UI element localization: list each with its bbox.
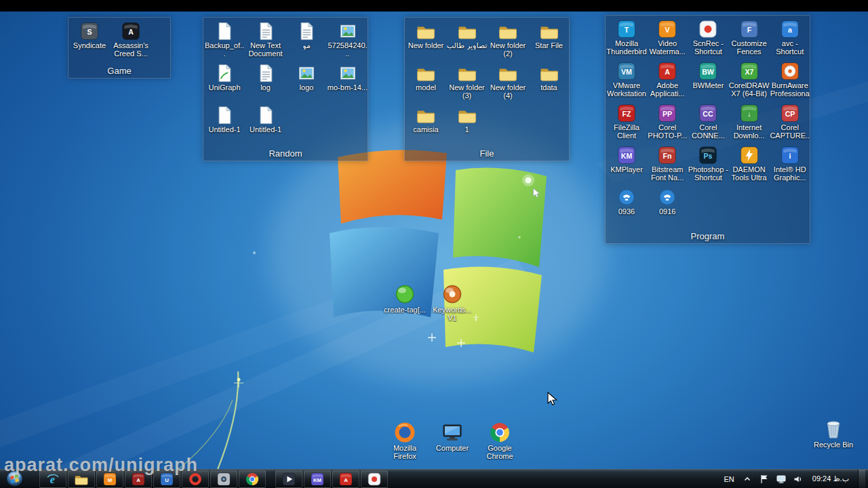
show-desktop-button[interactable] xyxy=(858,470,865,488)
fence-program-item-22[interactable]: 0916 xyxy=(647,186,688,228)
media-app-taskbar-button[interactable]: M xyxy=(96,470,123,488)
fence-file-item-1[interactable]: New folder xyxy=(406,20,446,62)
google-chrome-taskbar-button[interactable] xyxy=(239,470,266,488)
fence-random-item-5[interactable]: UniGraph xyxy=(204,62,245,104)
fence-game-item-2[interactable]: AAssassin's Creed S... xyxy=(111,20,151,62)
daemon-tools-icon xyxy=(739,145,760,165)
fence-program-item-9[interactable]: X7CorelDRAW X7 (64-Bit) xyxy=(729,60,770,102)
icon-label: Photoshop - Shortcut xyxy=(688,165,728,182)
fence-program-item-2[interactable]: VVideo Waterma... xyxy=(647,18,688,60)
icon-label: Customize Fences xyxy=(729,39,770,56)
media-player-taskbar-button[interactable] xyxy=(275,470,302,488)
fence-game-title[interactable]: Game xyxy=(68,66,170,76)
fence-program-item-13[interactable]: CCCorel CONNE... xyxy=(688,102,728,144)
fence-program-item-11[interactable]: FZFileZilla Client xyxy=(606,102,647,144)
action-center-flag-icon[interactable] xyxy=(759,474,770,485)
fence-random-item-7[interactable]: logo xyxy=(286,62,327,104)
desktop-icon-3[interactable]: Mozilla Firefox xyxy=(382,421,428,460)
icon-label: 1 xyxy=(447,125,488,134)
fence-group-program: TMozilla ThunderbirdVVideo Waterma...Scn… xyxy=(605,15,810,244)
taskbar-clock[interactable]: 09:24 ب.ظ xyxy=(810,474,852,483)
hidden-icons-chevron[interactable] xyxy=(742,474,753,485)
capture-tool-taskbar-button[interactable] xyxy=(210,470,237,488)
fence-file-item-8[interactable]: tdata xyxy=(529,62,570,104)
fence-program-item-4[interactable]: FCustomize Fences xyxy=(729,18,770,60)
folder-icon xyxy=(416,21,436,41)
fence-program-item-16[interactable]: KMKMPlayer xyxy=(606,144,647,186)
icon-label: log xyxy=(245,83,286,92)
folder-icon xyxy=(457,105,477,125)
fence-random-item-1[interactable]: Backup_of... xyxy=(204,20,245,62)
folder-icon xyxy=(457,63,477,83)
opera-taskbar-button[interactable] xyxy=(182,470,209,488)
icon-label: VMware Workstation xyxy=(606,81,647,98)
fence-random-grid: Backup_of...New Text Documentمو572584240… xyxy=(203,18,368,146)
fence-random-item-2[interactable]: New Text Document xyxy=(245,20,286,62)
fence-program-item-18[interactable]: PsPhotoshop - Shortcut xyxy=(688,144,728,186)
folder-icon xyxy=(539,63,559,83)
fence-file-item-3[interactable]: New folder (2) xyxy=(488,20,528,62)
volume-icon[interactable] xyxy=(793,474,804,485)
icon-label: Intel® HD Graphic... xyxy=(770,165,810,182)
fence-random-item-10[interactable]: Untitled-1 xyxy=(245,104,286,146)
fence-program-item-8[interactable]: BWBWMeter xyxy=(688,60,728,102)
language-indicator[interactable]: EN xyxy=(723,475,736,483)
desktop-icon-6[interactable]: Recycle Bin xyxy=(810,418,856,449)
icon-label: camisia xyxy=(406,125,446,134)
fence-program-item-1[interactable]: TMozilla Thunderbird xyxy=(606,18,647,60)
fence-file-item-7[interactable]: New folder (4) xyxy=(488,62,528,104)
svg-text:↓: ↓ xyxy=(747,110,751,118)
icon-label: avc - Shortcut xyxy=(770,39,810,56)
fence-program-item-20[interactable]: iIntel® HD Graphic... xyxy=(770,144,810,186)
fence-file-title[interactable]: File xyxy=(405,148,569,159)
fence-program-item-6[interactable]: VMVMware Workstation xyxy=(606,60,647,102)
fence-program-item-7[interactable]: AAdobe Applicati... xyxy=(647,60,688,102)
icon-label: BWMeter xyxy=(688,81,728,89)
fence-program-item-15[interactable]: CPCorel CAPTURE... xyxy=(770,102,810,144)
svg-text:A: A xyxy=(344,476,348,483)
fence-program-item-12[interactable]: PPCorel PHOTO-P... xyxy=(647,102,688,144)
desktop-icon-1[interactable]: create-tag[... xyxy=(382,283,428,314)
fence-program-item-3[interactable]: ScnRec - Shortcut xyxy=(688,18,728,60)
fence-file-item-4[interactable]: Star File xyxy=(529,20,570,62)
fence-program-item-14[interactable]: ↓Internet Downlo... xyxy=(729,102,770,144)
fence-random-item-9[interactable]: Untitled-1 xyxy=(204,104,245,146)
fence-random-item-4[interactable]: 572584240... xyxy=(328,20,368,62)
start-button[interactable] xyxy=(0,470,28,488)
fence-program-item-21[interactable]: 0936 xyxy=(606,186,647,228)
fence-program-item-10[interactable]: BurnAware Professional xyxy=(770,60,810,102)
fence-program-item-5[interactable]: aavc - Shortcut xyxy=(770,18,810,60)
desktop-icon-4[interactable]: Computer xyxy=(429,421,475,452)
fence-program-item-19[interactable]: DAEMON Tools Ultra xyxy=(729,144,770,186)
display-icon[interactable] xyxy=(776,474,787,485)
icon-label: 572584240... xyxy=(328,41,368,58)
adobe-app-taskbar-button[interactable]: A xyxy=(332,470,359,488)
fence-program-title[interactable]: Program xyxy=(606,231,810,241)
fence-random-item-3[interactable]: مو xyxy=(286,20,327,62)
kmplayer-taskbar-button[interactable]: KM xyxy=(304,470,331,488)
desktop-icon-2[interactable]: Keywords... V1 xyxy=(429,283,475,322)
fence-random-item-8[interactable]: mo-bm-14... xyxy=(328,62,368,104)
filezilla-icon: FZ xyxy=(616,103,637,123)
fence-file-item-2[interactable]: تصاوير طالب xyxy=(447,20,488,62)
windows-explorer-taskbar-button[interactable] xyxy=(68,470,95,488)
fence-program-item-17[interactable]: FnBitstream Font Na... xyxy=(647,144,688,186)
fence-file-item-10[interactable]: 1 xyxy=(447,104,488,146)
fence-random-title[interactable]: Random xyxy=(203,148,368,159)
fence-file-item-6[interactable]: New folder (3) xyxy=(447,62,488,104)
red-app-taskbar-button[interactable]: A xyxy=(125,470,152,488)
phone-icon xyxy=(657,187,677,207)
icon-label: Internet Downlo... xyxy=(729,123,770,140)
svg-text:i: i xyxy=(789,152,791,160)
internet-explorer-taskbar-button[interactable]: e xyxy=(39,470,66,488)
svg-text:U: U xyxy=(165,476,169,483)
fence-game-item-1[interactable]: SSyndicate xyxy=(69,20,110,62)
fence-file-item-5[interactable]: model xyxy=(406,62,446,104)
fence-random-item-6[interactable]: log xyxy=(245,62,286,104)
blue-app-taskbar-button[interactable]: U xyxy=(153,470,180,488)
desktop-icon-5[interactable]: Google Chrome xyxy=(477,421,523,460)
fence-file-item-9[interactable]: camisia xyxy=(406,104,446,146)
ie-icon: e xyxy=(45,472,60,487)
screen-recorder-taskbar-button[interactable] xyxy=(361,470,388,488)
intel-hd-icon: i xyxy=(780,145,800,165)
